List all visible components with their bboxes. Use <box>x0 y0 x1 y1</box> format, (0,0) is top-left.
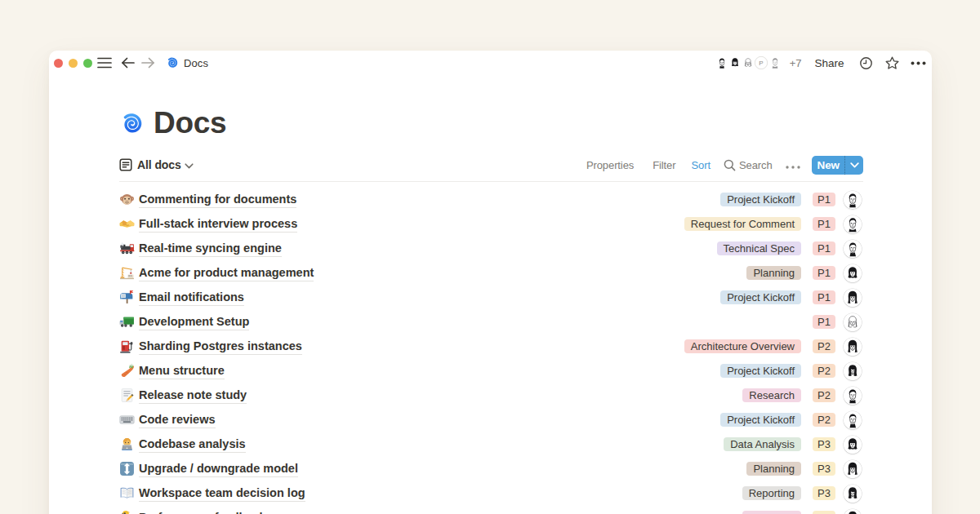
assignee-avatar[interactable] <box>844 191 862 209</box>
doc-type-badge[interactable]: Project Kickoff <box>720 413 801 427</box>
doc-type-badge[interactable]: Request for Comment <box>684 217 801 231</box>
priority-badge[interactable]: P3 <box>813 462 835 476</box>
view-switcher[interactable]: All docs <box>119 157 194 172</box>
minimize-window-button[interactable] <box>69 59 78 68</box>
priority-badge[interactable]: P2 <box>813 364 835 378</box>
doc-type-badge[interactable]: Project Kickoff <box>720 290 801 304</box>
docs-favicon-cyclone-icon <box>166 56 179 69</box>
menu-icon[interactable] <box>97 57 112 69</box>
assignee-avatar[interactable] <box>844 485 862 503</box>
doc-row[interactable]: Performance feedback Research P3 <box>119 506 863 514</box>
priority-badge[interactable]: P1 <box>813 241 835 255</box>
collaborator-avatar[interactable] <box>742 56 755 69</box>
share-button[interactable]: Share <box>814 57 844 69</box>
doc-title[interactable]: Acme for product management <box>139 265 314 281</box>
doc-row[interactable]: Acme for product management Planning P1 <box>119 261 863 286</box>
keyboard-icon <box>119 412 135 428</box>
doc-row[interactable]: Commenting for documents Project Kickoff… <box>119 188 863 212</box>
favorite-star-icon[interactable] <box>885 56 899 70</box>
doc-title[interactable]: Codebase analysis <box>139 436 246 453</box>
doc-row[interactable]: Sharding Postgres instances Architecture… <box>119 335 863 359</box>
doc-type-badge[interactable]: Planning <box>746 266 801 280</box>
assignee-avatar[interactable] <box>844 387 862 405</box>
new-button[interactable]: New <box>812 156 863 175</box>
svg-text:P: P <box>760 60 764 67</box>
properties-button[interactable]: Properties <box>586 159 634 171</box>
search-icon <box>724 159 736 171</box>
doc-type-badge[interactable]: Project Kickoff <box>720 193 801 206</box>
assignee-avatar[interactable] <box>844 436 862 454</box>
priority-badge[interactable]: P3 <box>813 486 835 500</box>
assignee-avatar[interactable] <box>844 313 862 331</box>
assignee-avatar[interactable] <box>844 264 862 282</box>
database-controls: All docs Properties Filter Sort Search N… <box>119 155 863 175</box>
priority-badge[interactable]: P3 <box>813 511 835 514</box>
doc-title[interactable]: Email notifications <box>139 290 244 306</box>
doc-title[interactable]: Release note study <box>139 388 247 404</box>
filter-button[interactable]: Filter <box>653 159 675 171</box>
doc-title[interactable]: Code reviews <box>139 412 216 428</box>
assignee-avatar[interactable] <box>844 362 862 380</box>
doc-row[interactable]: Workspace team decision log Reporting P3 <box>119 481 863 506</box>
doc-type-badge[interactable]: Architecture Overview <box>684 339 801 353</box>
doc-row[interactable]: Development Setup P1 <box>119 310 863 335</box>
collaborator-avatars[interactable]: P <box>715 56 782 69</box>
doc-title[interactable]: Workspace team decision log <box>139 485 305 502</box>
assignee-avatar[interactable] <box>844 215 862 233</box>
zoom-window-button[interactable] <box>83 59 92 68</box>
priority-badge[interactable]: P2 <box>813 388 835 402</box>
doc-row[interactable]: Upgrade / downgrade model Planning P3 <box>119 457 863 481</box>
doc-type-badge[interactable]: Planning <box>746 462 801 476</box>
priority-badge[interactable]: P1 <box>813 217 835 231</box>
doc-title[interactable]: Menu structure <box>139 363 225 379</box>
assignee-avatar[interactable] <box>844 240 862 258</box>
doc-row[interactable]: Real-time syncing engine Technical Spec … <box>119 237 863 261</box>
collaborator-avatar[interactable]: P <box>755 56 768 69</box>
traffic-lights <box>54 59 92 68</box>
doc-row[interactable]: Full-stack interview process Request for… <box>119 212 863 237</box>
doc-type-badge[interactable]: Technical Spec <box>717 241 801 255</box>
doc-type-badge[interactable]: Data Analysis <box>724 437 801 451</box>
priority-badge[interactable]: P3 <box>813 437 835 451</box>
doc-type-badge[interactable]: Research <box>742 511 801 514</box>
doc-title[interactable]: Sharding Postgres instances <box>139 339 302 355</box>
assignee-avatar[interactable] <box>844 509 862 514</box>
doc-row[interactable]: Menu structure Project Kickoff P2 <box>119 359 863 383</box>
assignee-avatar[interactable] <box>844 411 862 429</box>
assignee-avatar[interactable] <box>844 460 862 478</box>
doc-type-badge[interactable]: Research <box>742 388 801 402</box>
priority-badge[interactable]: P1 <box>813 315 835 329</box>
doc-row[interactable]: Release note study Research P2 <box>119 383 863 408</box>
search-button[interactable]: Search <box>724 159 773 171</box>
collaborator-avatar[interactable] <box>728 56 742 69</box>
view-more-options-button[interactable] <box>786 159 800 171</box>
doc-title[interactable]: Development Setup <box>139 314 249 330</box>
priority-badge[interactable]: P2 <box>813 339 835 353</box>
window-more-options-icon[interactable] <box>911 61 926 65</box>
assignee-avatar[interactable] <box>844 289 862 307</box>
new-button-caret[interactable] <box>845 156 863 175</box>
doc-type-badge[interactable]: Project Kickoff <box>720 364 801 378</box>
doc-title[interactable]: Performance feedback <box>139 510 266 514</box>
priority-badge[interactable]: P2 <box>813 413 835 427</box>
assignee-avatar[interactable] <box>844 338 862 356</box>
history-clock-icon[interactable] <box>860 57 872 69</box>
doc-type-badge[interactable]: Reporting <box>742 486 801 500</box>
priority-badge[interactable]: P1 <box>813 193 835 206</box>
doc-row[interactable]: Code reviews Project Kickoff P2 <box>119 408 863 432</box>
page-title: Docs <box>154 106 226 140</box>
priority-badge[interactable]: P1 <box>813 290 835 304</box>
back-icon[interactable] <box>121 57 135 69</box>
doc-title[interactable]: Commenting for documents <box>139 192 296 208</box>
doc-title[interactable]: Upgrade / downgrade model <box>139 461 298 477</box>
doc-row[interactable]: Email notifications Project Kickoff P1 <box>119 286 863 310</box>
doc-row[interactable]: Codebase analysis Data Analysis P3 <box>119 432 863 457</box>
doc-title[interactable]: Full-stack interview process <box>139 216 297 233</box>
forward-icon[interactable] <box>141 57 155 69</box>
collaborator-avatar[interactable] <box>715 56 728 69</box>
close-window-button[interactable] <box>54 59 63 68</box>
collaborator-avatar[interactable] <box>768 56 782 69</box>
doc-title[interactable]: Real-time syncing engine <box>139 241 282 257</box>
priority-badge[interactable]: P1 <box>813 266 835 280</box>
sort-button[interactable]: Sort <box>691 159 710 171</box>
